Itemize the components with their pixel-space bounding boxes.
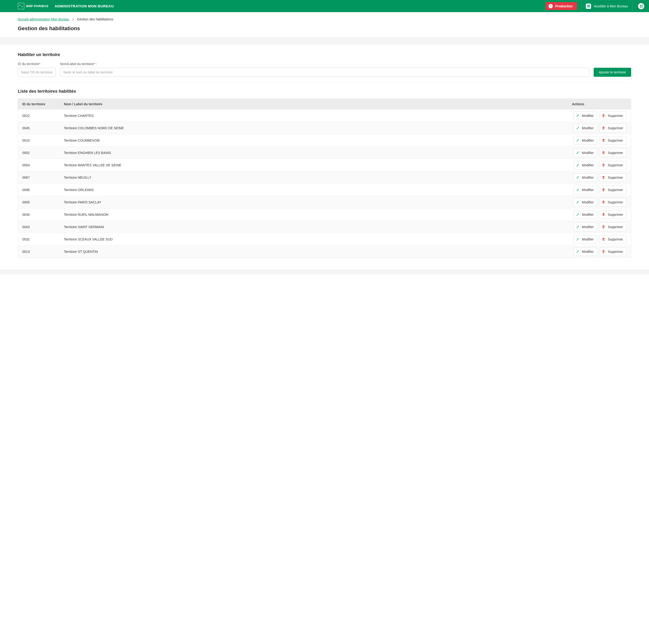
table-header: ID du territoire Nom / Label du territoi… <box>18 99 631 109</box>
apps-icon <box>640 5 643 8</box>
modify-label: Modifier <box>582 126 594 130</box>
brand-name: BNP PARIBAS <box>26 4 48 8</box>
pencil-icon <box>576 163 580 167</box>
production-button[interactable]: ! Production <box>546 2 577 10</box>
production-label: Production <box>555 4 573 8</box>
access-bureau-label: Accéder à Mon Bureau <box>594 4 628 8</box>
trash-icon <box>602 126 605 130</box>
pencil-icon <box>576 114 580 117</box>
modify-button[interactable]: Modifier <box>573 124 598 132</box>
table-row: 0043 Territoire SAINT GERMAIN Modifier S… <box>18 220 631 233</box>
territory-name-label: Nom/Label du territoire* : <box>60 62 589 66</box>
cell-actions: Modifier Supprimer <box>572 149 627 157</box>
modify-label: Modifier <box>582 213 594 216</box>
breadcrumb: Accueil administration Mon Bureau ❯ Gest… <box>18 17 631 21</box>
trash-icon <box>602 114 605 117</box>
delete-button[interactable]: Supprimer <box>599 136 627 145</box>
modify-button[interactable]: Modifier <box>573 198 598 206</box>
trash-icon <box>602 213 605 216</box>
table-row: 0022 Territoire CHARTES Modifier Supprim… <box>18 109 631 122</box>
modify-button[interactable]: Modifier <box>573 186 598 194</box>
cell-actions: Modifier Supprimer <box>572 247 627 256</box>
modify-button[interactable]: Modifier <box>573 210 598 219</box>
cell-name: Territoire COURBEVOIE <box>64 138 572 142</box>
delete-button[interactable]: Supprimer <box>599 247 627 256</box>
modify-button[interactable]: Modifier <box>573 173 598 182</box>
territory-id-input[interactable] <box>18 68 56 77</box>
delete-button[interactable]: Supprimer <box>599 235 627 244</box>
delete-button[interactable]: Supprimer <box>599 186 627 194</box>
delete-label: Supprimer <box>608 225 623 229</box>
delete-button[interactable]: Supprimer <box>599 112 627 120</box>
territories-table: ID du territoire Nom / Label du territoi… <box>18 98 631 258</box>
alert-icon: ! <box>549 4 553 8</box>
cell-name: Territoire SCEAUX VALLEE SUD <box>64 237 572 241</box>
table-row: 0013 Territoire ST QUENTIN Modifier Supp… <box>18 245 631 257</box>
delete-button[interactable]: Supprimer <box>599 161 627 169</box>
trash-icon <box>602 175 605 179</box>
footer-divider <box>0 270 649 275</box>
page-title: Gestion des habilitations <box>18 26 631 32</box>
modify-button[interactable]: Modifier <box>573 247 598 256</box>
modify-button[interactable]: Modifier <box>573 235 598 244</box>
pencil-icon <box>576 126 580 130</box>
delete-label: Supprimer <box>608 237 623 241</box>
delete-label: Supprimer <box>608 213 623 216</box>
modify-button[interactable]: Modifier <box>573 223 598 231</box>
delete-label: Supprimer <box>608 126 623 130</box>
delete-button[interactable]: Supprimer <box>599 173 627 182</box>
add-territory-button[interactable]: Ajouter le territoire <box>594 68 631 77</box>
add-territory-form: ID du territoire* : Nom/Label du territo… <box>18 62 631 83</box>
section-divider <box>0 38 649 45</box>
cell-name: Territoire SAINT GERMAIN <box>64 225 572 229</box>
pencil-icon <box>576 151 580 155</box>
table-row: 0032 Territoire SCEAUX VALLEE SUD Modifi… <box>18 233 631 245</box>
table-row: 0010 Territoire COURBEVOIE Modifier Supp… <box>18 134 631 147</box>
cell-actions: Modifier Supprimer <box>572 173 627 182</box>
modify-button[interactable]: Modifier <box>573 161 598 169</box>
cell-actions: Modifier Supprimer <box>572 161 627 169</box>
subheader: Accueil administration Mon Bureau ❯ Gest… <box>0 12 649 38</box>
cell-id: 0067 <box>22 175 64 179</box>
delete-button[interactable]: Supprimer <box>599 149 627 157</box>
apps-button[interactable] <box>638 3 644 9</box>
cell-name: Territoire ST QUENTIN <box>64 250 572 253</box>
modify-label: Modifier <box>582 163 594 167</box>
modify-label: Modifier <box>582 225 594 229</box>
cell-actions: Modifier Supprimer <box>572 198 627 206</box>
cell-id: 0043 <box>22 225 64 229</box>
modify-button[interactable]: Modifier <box>573 112 598 120</box>
cell-actions: Modifier Supprimer <box>572 210 627 219</box>
territory-name-input[interactable] <box>60 68 589 77</box>
app-header: BNP PARIBAS ADMINISTRATION MON BUREAU ! … <box>0 0 649 12</box>
delete-label: Supprimer <box>608 188 623 192</box>
cell-actions: Modifier Supprimer <box>572 112 627 120</box>
pencil-icon <box>576 200 580 204</box>
col-header-name: Nom / Label du territoire <box>64 102 572 106</box>
delete-label: Supprimer <box>608 175 623 179</box>
modify-label: Modifier <box>582 237 594 241</box>
trash-icon <box>602 188 605 192</box>
delete-label: Supprimer <box>608 163 623 167</box>
pencil-icon <box>576 138 580 142</box>
app-title: ADMINISTRATION MON BUREAU <box>55 4 114 8</box>
trash-icon <box>602 200 605 204</box>
cell-id: 0002 <box>22 151 64 155</box>
cell-name: Territoire MANTES VALLEE DE SEINE <box>64 163 572 167</box>
grid-icon <box>586 4 591 9</box>
main-content: Habiliter un territoire ID du territoire… <box>0 45 649 270</box>
delete-label: Supprimer <box>608 138 623 142</box>
territory-id-field: ID du territoire* : <box>18 62 56 77</box>
delete-button[interactable]: Supprimer <box>599 210 627 219</box>
delete-button[interactable]: Supprimer <box>599 124 627 132</box>
delete-button[interactable]: Supprimer <box>599 198 627 206</box>
breadcrumb-home-link[interactable]: Accueil administration Mon Bureau <box>18 17 69 21</box>
table-row: 0067 Territoire NEUILLY Modifier Supprim… <box>18 171 631 184</box>
delete-button[interactable]: Supprimer <box>599 223 627 231</box>
modify-button[interactable]: Modifier <box>573 136 598 145</box>
trash-icon <box>602 250 605 253</box>
access-bureau-link[interactable]: Accéder à Mon Bureau <box>586 4 628 9</box>
modify-button[interactable]: Modifier <box>573 149 598 157</box>
trash-icon <box>602 163 605 167</box>
trash-icon <box>602 151 605 155</box>
